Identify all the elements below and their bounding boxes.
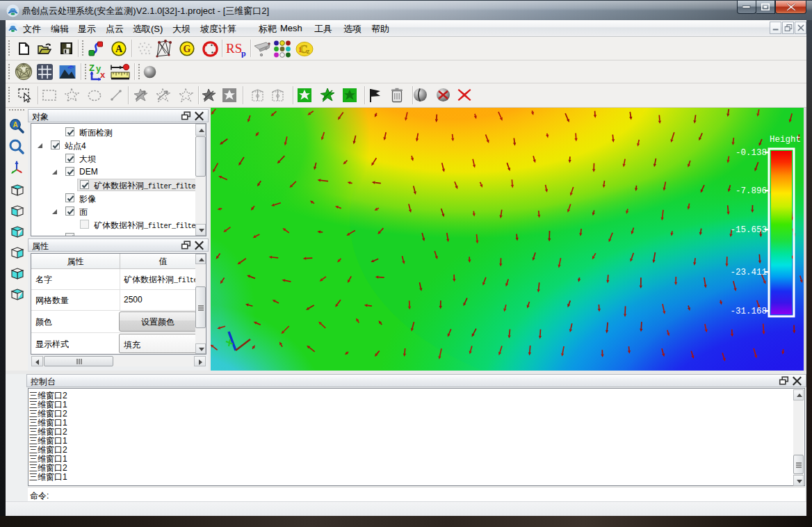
svg-text:RS: RS: [226, 41, 242, 56]
svg-text:z: z: [307, 47, 310, 55]
svg-text:2: 2: [70, 65, 72, 70]
svg-text:1: 1: [298, 46, 302, 54]
svg-text:-0.138: -0.138: [736, 148, 767, 158]
svg-text:A: A: [115, 44, 123, 54]
svg-text:Z: Z: [89, 63, 95, 73]
svg-text:-7.896: -7.896: [736, 186, 767, 196]
svg-text:G: G: [184, 44, 191, 54]
svg-text:p: p: [241, 49, 246, 58]
svg-text:-15.653: -15.653: [730, 225, 767, 235]
svg-text:-23.411: -23.411: [730, 268, 767, 277]
svg-text:x: x: [100, 70, 106, 80]
svg-text:-31.168: -31.168: [730, 307, 767, 316]
svg-text:A: A: [13, 121, 17, 129]
svg-text:Height: Height: [770, 135, 801, 145]
